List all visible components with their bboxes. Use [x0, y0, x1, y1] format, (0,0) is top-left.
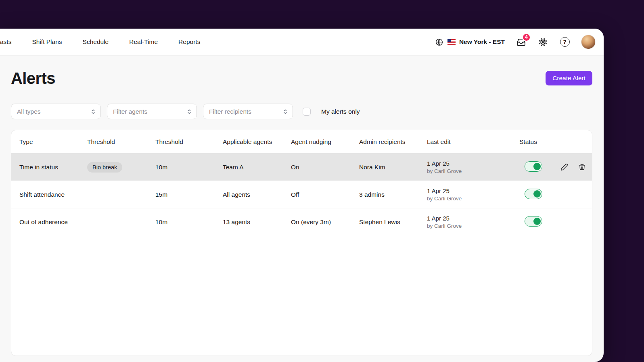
- recipients-filter-select[interactable]: Filter recipients: [203, 104, 293, 119]
- cell-admin-recipients: Stephen Lewis: [359, 218, 427, 226]
- cell-applicable-agents: All agents: [223, 191, 291, 198]
- notification-badge: 4: [522, 33, 531, 42]
- main-content: Alerts Create Alert All types Filter age…: [0, 69, 604, 356]
- page-title: Alerts: [11, 69, 55, 87]
- avatar[interactable]: [581, 35, 596, 49]
- cell-actions: [547, 163, 592, 171]
- app-window: astsShift PlansScheduleReal-TimeReports …: [0, 29, 604, 362]
- cell-threshold: 10m: [155, 218, 223, 226]
- column-header: Threshold: [87, 138, 155, 146]
- status-toggle[interactable]: [525, 161, 542, 172]
- cell-last-edit: 1 Apr 25 by Carli Grove: [427, 160, 519, 174]
- nav-right-cluster: New York - EST 4 ?: [435, 35, 596, 49]
- cell-status: [519, 161, 547, 173]
- chevron-updown-icon: [90, 109, 96, 114]
- column-header: Agent nudging: [291, 138, 359, 146]
- chevron-updown-icon: [186, 109, 192, 114]
- type-filter-value: All types: [17, 108, 41, 115]
- column-header: Type: [11, 138, 87, 146]
- cell-threshold: 15m: [155, 191, 223, 198]
- toggle-knob: [533, 190, 541, 198]
- nav-item-shift-plans[interactable]: Shift Plans: [32, 38, 62, 46]
- last-edit-date: 1 Apr 25: [427, 160, 519, 167]
- nav-item-reports[interactable]: Reports: [178, 38, 200, 46]
- column-header: Admin recipients: [359, 138, 427, 146]
- settings-button[interactable]: [537, 37, 548, 48]
- last-edit-author: by Carli Grove: [427, 196, 519, 202]
- cell-agent-nudging: Off: [291, 191, 359, 198]
- filters-bar: All types Filter agents Filter recipient…: [11, 104, 592, 119]
- status-toggle[interactable]: [525, 216, 542, 227]
- us-flag-icon: [447, 39, 456, 45]
- cell-agent-nudging: On: [291, 164, 359, 171]
- cell-admin-recipients: 3 admins: [359, 191, 427, 198]
- pencil-icon: [560, 163, 568, 171]
- table-body: Time in status Bio break 10m Team A On N…: [11, 153, 592, 235]
- column-header: Status: [519, 138, 547, 146]
- cell-type: Out of adherence: [11, 218, 87, 226]
- column-header: Last edit: [427, 138, 519, 146]
- cell-last-edit: 1 Apr 25 by Carli Grove: [427, 187, 519, 202]
- type-filter-select[interactable]: All types: [11, 104, 101, 119]
- globe-icon: [435, 37, 444, 46]
- cell-status: [519, 189, 547, 201]
- my-alerts-checkbox[interactable]: [303, 108, 311, 116]
- cell-admin-recipients: Nora Kim: [359, 164, 427, 171]
- delete-button[interactable]: [578, 163, 586, 171]
- last-edit-author: by Carli Grove: [427, 168, 519, 174]
- main-nav: astsShift PlansScheduleReal-TimeReports: [0, 38, 200, 46]
- cell-threshold: 10m: [155, 164, 223, 171]
- nav-item-asts[interactable]: asts: [0, 38, 11, 46]
- table-row[interactable]: Shift attendance 15m All agents Off 3 ad…: [11, 181, 592, 208]
- threshold-badge: Bio break: [87, 162, 122, 173]
- cell-last-edit: 1 Apr 25 by Carli Grove: [427, 215, 519, 229]
- chevron-updown-icon: [282, 109, 288, 114]
- toggle-knob: [533, 218, 541, 225]
- cell-status: [519, 216, 547, 228]
- column-header: Threshold: [155, 138, 223, 146]
- toggle-knob: [533, 163, 541, 170]
- timezone-selector[interactable]: New York - EST: [435, 37, 505, 46]
- last-edit-author: by Carli Grove: [427, 223, 519, 229]
- cell-type: Shift attendance: [11, 191, 87, 198]
- help-button[interactable]: ?: [559, 37, 570, 48]
- top-navigation: astsShift PlansScheduleReal-TimeReports …: [0, 29, 604, 56]
- timezone-label: New York - EST: [459, 38, 505, 46]
- column-header: Applicable agents: [223, 138, 291, 146]
- nav-item-schedule[interactable]: Schedule: [83, 38, 109, 46]
- help-icon: ?: [560, 37, 570, 47]
- table-row[interactable]: Out of adherence 10m 13 agents On (every…: [11, 208, 592, 235]
- agents-filter-select[interactable]: Filter agents: [107, 104, 197, 119]
- my-alerts-label: My alerts only: [321, 108, 360, 115]
- status-toggle[interactable]: [525, 189, 542, 199]
- table-header: TypeThresholdThresholdApplicable agentsA…: [11, 130, 592, 153]
- trash-icon: [578, 163, 586, 171]
- gear-icon: [538, 37, 548, 47]
- cell-applicable-agents: Team A: [223, 164, 291, 171]
- cell-type: Time in status: [11, 164, 87, 171]
- agents-filter-value: Filter agents: [113, 108, 147, 115]
- edit-button[interactable]: [560, 163, 568, 171]
- cell-agent-nudging: On (every 3m): [291, 218, 359, 226]
- table-row[interactable]: Time in status Bio break 10m Team A On N…: [11, 153, 592, 181]
- last-edit-date: 1 Apr 25: [427, 215, 519, 222]
- recipients-filter-value: Filter recipients: [209, 108, 251, 115]
- create-alert-button[interactable]: Create Alert: [546, 71, 592, 85]
- alerts-table: TypeThresholdThresholdApplicable agentsA…: [11, 130, 592, 356]
- nav-item-real-time[interactable]: Real-Time: [129, 38, 158, 46]
- last-edit-date: 1 Apr 25: [427, 187, 519, 194]
- notifications-button[interactable]: 4: [516, 37, 527, 48]
- cell-applicable-agents: 13 agents: [223, 218, 291, 226]
- cell-threshold-badge: Bio break: [87, 162, 155, 173]
